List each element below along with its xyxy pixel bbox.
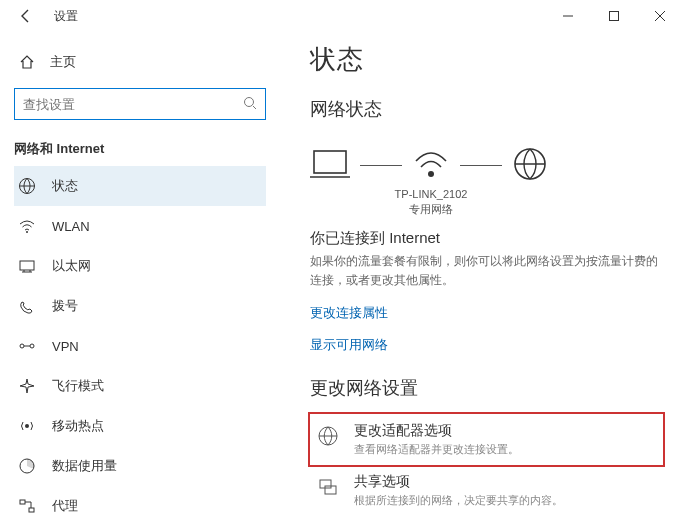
nav-proxy[interactable]: 代理	[14, 486, 266, 526]
section-change-settings: 更改网络设置	[310, 376, 663, 400]
nav-label: 飞行模式	[52, 377, 104, 395]
nav-label: 移动热点	[52, 417, 104, 435]
svg-point-15	[25, 424, 29, 428]
option-desc: 根据所连接到的网络，决定要共享的内容。	[354, 493, 563, 508]
svg-line-5	[253, 106, 256, 109]
close-button[interactable]	[637, 0, 683, 32]
search-box[interactable]	[14, 88, 266, 120]
connected-desc: 如果你的流量套餐有限制，则你可以将此网络设置为按流量计费的连接，或者更改其他属性…	[310, 252, 663, 290]
hotspot-icon	[18, 417, 36, 435]
adapter-icon	[316, 424, 340, 448]
connected-heading: 你已连接到 Internet	[310, 229, 663, 248]
maximize-button[interactable]	[591, 0, 637, 32]
svg-point-21	[428, 171, 434, 177]
link-change-connection-properties[interactable]: 更改连接属性	[310, 304, 663, 322]
nav-vpn[interactable]: VPN	[14, 326, 266, 366]
svg-rect-19	[314, 151, 346, 173]
page-title: 状态	[310, 42, 663, 77]
search-icon	[243, 96, 257, 113]
router-icon: TP-LINK_2102 专用网络	[412, 147, 450, 184]
svg-rect-1	[610, 12, 619, 21]
nav-hotspot[interactable]: 移动热点	[14, 406, 266, 446]
vpn-icon	[18, 337, 36, 355]
nav-status[interactable]: 状态	[14, 166, 266, 206]
wlan-icon	[18, 217, 36, 235]
nav-ethernet[interactable]: 以太网	[14, 246, 266, 286]
window-title: 设置	[42, 8, 78, 25]
nav-label: 以太网	[52, 257, 91, 275]
home-label: 主页	[50, 53, 76, 71]
svg-point-13	[30, 344, 34, 348]
option-title: 更改适配器选项	[354, 422, 519, 440]
nav-airplane[interactable]: 飞行模式	[14, 366, 266, 406]
dialup-icon	[18, 297, 36, 315]
home-icon	[18, 53, 36, 71]
proxy-icon	[18, 497, 36, 515]
svg-rect-18	[29, 508, 34, 512]
ap-type: 专用网络	[381, 202, 481, 217]
back-button[interactable]	[10, 0, 42, 32]
nav-dialup[interactable]: 拨号	[14, 286, 266, 326]
pc-icon	[310, 147, 350, 184]
nav-label: 拨号	[52, 297, 78, 315]
nav-data-usage[interactable]: 数据使用量	[14, 446, 266, 486]
globe-icon	[512, 146, 548, 185]
minimize-button[interactable]	[545, 0, 591, 32]
airplane-icon	[18, 377, 36, 395]
ap-name: TP-LINK_2102	[381, 187, 481, 202]
nav-label: 代理	[52, 497, 78, 515]
search-input[interactable]	[23, 97, 243, 112]
svg-point-4	[245, 97, 254, 106]
section-network-status: 网络状态	[310, 97, 663, 121]
data-usage-icon	[18, 457, 36, 475]
network-diagram: TP-LINK_2102 专用网络	[310, 135, 663, 195]
nav-wlan[interactable]: WLAN	[14, 206, 266, 246]
nav-label: WLAN	[52, 219, 90, 234]
nav-label: VPN	[52, 339, 79, 354]
sharing-icon	[316, 475, 340, 499]
nav-group-header: 网络和 Internet	[14, 140, 266, 158]
svg-rect-8	[20, 261, 34, 270]
option-adapter-settings[interactable]: 更改适配器选项 查看网络适配器并更改连接设置。	[310, 414, 663, 465]
option-title: 共享选项	[354, 473, 563, 491]
svg-point-12	[20, 344, 24, 348]
option-desc: 查看网络适配器并更改连接设置。	[354, 442, 519, 457]
option-sharing[interactable]: 共享选项 根据所连接到的网络，决定要共享的内容。	[310, 465, 663, 516]
svg-rect-17	[20, 500, 25, 504]
status-icon	[18, 177, 36, 195]
nav-label: 状态	[52, 177, 78, 195]
home-button[interactable]: 主页	[14, 42, 266, 82]
ethernet-icon	[18, 257, 36, 275]
svg-point-7	[26, 231, 28, 233]
link-show-available-networks[interactable]: 显示可用网络	[310, 336, 663, 354]
nav-label: 数据使用量	[52, 457, 117, 475]
